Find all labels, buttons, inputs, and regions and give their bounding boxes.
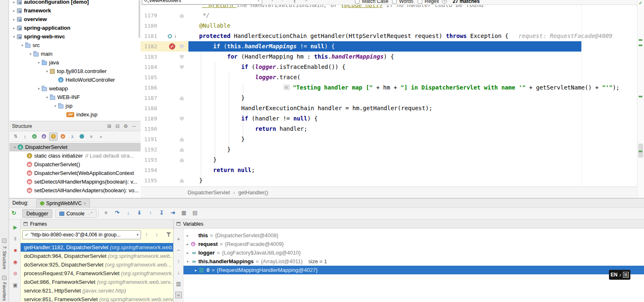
line-number[interactable]: 1179 <box>142 10 157 21</box>
tree-item[interactable]: ▾WEB-INF <box>9 93 141 101</box>
line-number[interactable]: 1192 <box>142 144 157 155</box>
line-number[interactable]: 1189 <box>142 113 157 124</box>
chevron-down-icon[interactable]: ▾ <box>19 43 25 47</box>
force-step-into-icon[interactable]: ⇓ <box>135 210 144 216</box>
regex-label[interactable]: Regex <box>425 0 439 4</box>
chevron-right-icon[interactable]: ▸ <box>184 251 191 255</box>
mute-breakpoints-icon[interactable]: ⊘ <box>10 271 20 276</box>
show-watches-icon[interactable]: ∞ <box>175 292 182 298</box>
more-actions-icon[interactable]: » <box>96 132 105 141</box>
words-label[interactable]: Words <box>399 0 413 4</box>
clear-search-icon[interactable]: × <box>257 0 260 3</box>
code-editor[interactable]: * @return the HandlerExecutionChain, or … <box>141 0 644 198</box>
match-case-label[interactable]: Match Case <box>362 0 388 4</box>
code-line[interactable]: } <box>213 155 216 165</box>
hide-panel-icon[interactable]: ─ <box>130 123 138 129</box>
chevron-right-icon[interactable]: ▸ <box>11 17 17 21</box>
show-fields-toggle[interactable]: f <box>49 132 58 141</box>
match-case-checkbox[interactable] <box>355 0 360 4</box>
run-to-cursor-icon[interactable]: ⇥ <box>168 210 177 216</box>
duplicate-watch-icon[interactable]: ▥ <box>174 281 183 287</box>
show-classes-toggle[interactable]: c <box>30 132 39 141</box>
chevron-right-icon[interactable]: ▸ <box>11 9 17 13</box>
chevron-down-icon[interactable]: ▾ <box>28 52 33 56</box>
tree-item[interactable]: ▾top.fjy8018.controller <box>9 67 141 76</box>
code-line[interactable]: for (HandlerMapping hm : this.handlerMap… <box>227 52 394 62</box>
stack-frame[interactable]: doGet:866, FrameworkServlet (org.springf… <box>21 278 173 286</box>
tree-item[interactable]: ▸spring-application <box>9 24 141 32</box>
navigate-down-icon[interactable]: ↓ <box>174 31 176 41</box>
fold-marker-icon[interactable] <box>180 14 184 18</box>
find-next-icon[interactable]: ↓ <box>271 0 273 2</box>
search-options-icon[interactable]: ≡ <box>305 0 308 2</box>
line-number[interactable]: 1180 <box>142 21 157 31</box>
code-line[interactable]: return handler; <box>255 124 307 134</box>
tree-item[interactable]: cHelloWorldController <box>9 76 141 84</box>
line-number[interactable]: 1181 <box>142 31 157 41</box>
view-breakpoints-icon[interactable]: ◉ <box>10 259 20 265</box>
tree-item[interactable]: ▾java <box>9 58 141 67</box>
stack-frame[interactable]: doService:925, DispatcherServlet (org.sp… <box>21 260 173 269</box>
chevron-down-icon[interactable]: ▾ <box>12 145 18 149</box>
line-number[interactable]: 1184 <box>142 62 157 72</box>
sort-by-visibility-icon[interactable]: ⇅ <box>11 132 20 141</box>
chevron-right-icon[interactable]: ▸ <box>184 234 191 238</box>
tree-item[interactable]: ▾src <box>9 41 141 50</box>
line-number[interactable]: 1182 <box>142 41 157 52</box>
search-input[interactable]: viewResolvers × <box>142 0 262 5</box>
show-inherited-toggle[interactable] <box>78 132 86 141</box>
chevron-down-icon[interactable]: ▾ <box>44 69 50 73</box>
move-watch-up-icon[interactable]: ↑ <box>174 258 183 264</box>
chevron-down-icon[interactable]: ▾ <box>52 104 58 108</box>
chevron-right-icon[interactable]: ▸ <box>11 0 17 4</box>
favorites-tool-icon[interactable] <box>2 276 7 280</box>
line-number[interactable]: 1194 <box>142 165 157 175</box>
chevron-right-icon[interactable]: ▸ <box>11 26 17 30</box>
tree-item[interactable]: ▸framework <box>9 6 141 15</box>
line-number[interactable]: 1191 <box>142 134 157 144</box>
debug-session-tab[interactable]: SpringWebMVC × <box>36 199 90 208</box>
chevron-down-icon[interactable]: ▾ <box>36 61 42 65</box>
stop-icon[interactable]: ■ <box>10 248 20 253</box>
code-line[interactable]: */ <box>199 10 209 21</box>
code-line[interactable]: o:"Testing handler map [" + hm + "] in D… <box>283 83 620 93</box>
words-checkbox[interactable] <box>392 0 397 4</box>
settings-icon[interactable]: ⚙ <box>122 123 130 129</box>
project-scrollbar[interactable] <box>139 0 140 38</box>
regex-checkbox[interactable] <box>418 0 422 4</box>
tree-item[interactable]: ▾spring-web-mvc <box>9 32 141 41</box>
line-number[interactable]: 1183 <box>142 52 157 62</box>
expand-all-icon[interactable]: ⊞ <box>105 123 113 129</box>
tab-debugger[interactable]: Debugger <box>22 209 52 218</box>
tree-item[interactable]: ▾webapp <box>9 84 141 93</box>
line-number[interactable]: 1193 <box>142 155 157 165</box>
fold-marker-icon[interactable] <box>180 158 184 162</box>
structure-item[interactable]: msetDetectAllHandlerMappings(boolean): v… <box>9 177 141 186</box>
code-line[interactable]: } <box>241 93 244 103</box>
tool-button-structure[interactable]: 7: Structure <box>2 246 7 269</box>
variable-row[interactable]: ▸0={RequestMappingHandlerMapping@4027} <box>183 266 644 274</box>
filter-search-icon[interactable] <box>292 0 297 3</box>
code-line[interactable]: } <box>199 175 202 186</box>
fold-marker-icon[interactable] <box>180 117 184 121</box>
chevron-right-icon[interactable]: ▸ <box>193 268 199 272</box>
breadcrumb-method[interactable]: getHandler() <box>238 189 268 196</box>
structure-item[interactable]: msetDetectAllHandlerAdapters(boolean): v… <box>9 186 141 195</box>
structure-item[interactable]: mDispatcherServlet(WebApplicationContext <box>9 169 141 177</box>
hide-frames-filter-icon[interactable] <box>166 232 171 237</box>
chevron-down-icon[interactable]: ▾ <box>44 95 50 99</box>
sort-alphabetically-icon[interactable]: ↕ <box>21 132 29 141</box>
code-line[interactable]: } <box>241 134 244 144</box>
editor-error-stripe[interactable]: ✓ <box>637 0 644 198</box>
code-line[interactable]: if (logger.isTraceEnabled()) { <box>241 62 346 72</box>
stack-frame[interactable]: service:621, HttpServlet (javax.servlet.… <box>21 286 173 295</box>
close-session-icon[interactable]: × <box>84 201 86 206</box>
line-number[interactable]: 1188 <box>142 103 157 113</box>
fold-marker-icon[interactable] <box>180 96 184 100</box>
code-line[interactable]: protected HandlerExecutionChain getHandl… <box>199 31 612 41</box>
remove-watch-icon[interactable]: − <box>174 247 183 253</box>
pause-icon[interactable]: Ⅱ <box>10 236 20 242</box>
step-over-icon[interactable]: ↷ <box>113 210 122 216</box>
code-line[interactable]: } <box>227 144 230 155</box>
code-line[interactable]: return null; <box>213 165 255 175</box>
